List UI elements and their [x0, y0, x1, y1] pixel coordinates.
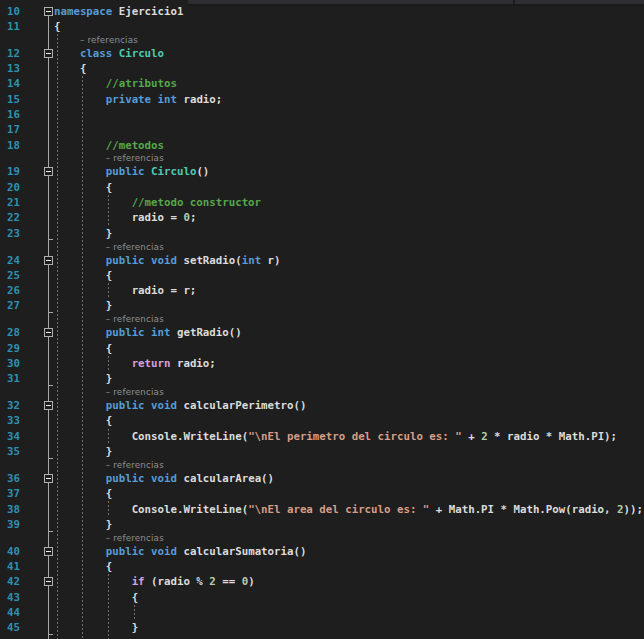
code-line[interactable]: 19public Circulo() — [0, 164, 644, 179]
line-number[interactable]: 29 — [7, 341, 20, 356]
codelens-references-link[interactable]: – referencias — [106, 459, 164, 471]
line-number[interactable]: 20 — [7, 180, 20, 195]
line-number[interactable]: 36 — [7, 471, 20, 486]
code-line[interactable]: 34Console.WriteLine("\nEl perimetro del … — [0, 429, 644, 444]
token-pl: () — [196, 165, 209, 178]
token-pl: calcularSumatoria() — [177, 545, 306, 558]
code-line[interactable]: 36public void calcularArea() — [0, 471, 644, 486]
fold-region-end-tick — [48, 634, 53, 635]
code-line[interactable]: 41{ — [0, 559, 644, 574]
codelens-references-link[interactable]: – referencias — [106, 532, 164, 544]
line-number[interactable]: 34 — [7, 429, 20, 444]
code-line[interactable]: 26radio = r; — [0, 283, 644, 298]
fold-collapse-box[interactable] — [44, 401, 53, 410]
line-number[interactable]: 31 — [7, 371, 20, 386]
codelens-references-link[interactable]: – referencias — [80, 34, 138, 46]
code-line[interactable]: 32public void calcularPerimetro() — [0, 398, 644, 413]
code-line[interactable]: 12class Circulo — [0, 46, 644, 61]
fold-collapse-box[interactable] — [44, 474, 53, 483]
codelens-references-link[interactable]: – referencias — [106, 314, 164, 326]
codelens-references-link[interactable]: – referencias — [106, 241, 164, 253]
fold-collapse-box[interactable] — [44, 256, 53, 265]
code-line[interactable]: 30return radio; — [0, 356, 644, 371]
line-number[interactable]: 21 — [7, 195, 20, 210]
fold-collapse-box[interactable] — [44, 167, 53, 176]
token-pl: { — [106, 181, 112, 194]
code-line[interactable]: 13{ — [0, 61, 644, 76]
code-line[interactable]: 33{ — [0, 413, 644, 428]
code-line[interactable]: 29{ — [0, 341, 644, 356]
code-line[interactable]: 39} — [0, 517, 644, 532]
code-line[interactable]: 23} — [0, 226, 644, 241]
line-number[interactable]: 28 — [7, 325, 20, 340]
line-number[interactable]: 13 — [7, 61, 20, 76]
line-number[interactable]: 15 — [7, 92, 20, 107]
code-line[interactable]: 17 — [0, 122, 644, 137]
line-number[interactable]: 24 — [7, 252, 20, 267]
code-line[interactable]: 21//metodo constructor — [0, 195, 644, 210]
codelens-references-link[interactable]: – referencias — [106, 153, 164, 165]
line-number[interactable]: 23 — [7, 226, 20, 241]
line-number[interactable]: 10 — [7, 3, 20, 18]
code-line[interactable]: 27} — [0, 298, 644, 313]
token-kw: void — [151, 254, 177, 267]
line-number[interactable]: 19 — [7, 164, 20, 179]
indent-guide — [134, 605, 135, 620]
code-line[interactable]: 22radio = 0; — [0, 210, 644, 225]
fold-collapse-box[interactable] — [44, 7, 53, 16]
code-line[interactable]: 16 — [0, 107, 644, 122]
line-number[interactable]: 22 — [7, 210, 20, 225]
line-number[interactable]: 35 — [7, 444, 20, 459]
code-line[interactable]: 11{ — [0, 19, 644, 34]
line-number[interactable]: 40 — [7, 544, 20, 559]
code-line[interactable]: 42if (radio % 2 == 0) — [0, 574, 644, 589]
line-number[interactable]: 39 — [7, 517, 20, 532]
code-line[interactable]: 20{ — [0, 180, 644, 195]
token-pl: getRadio() — [171, 326, 242, 339]
line-number[interactable]: 37 — [7, 486, 20, 501]
code-line[interactable]: 38Console.WriteLine("\nEl area del circu… — [0, 501, 644, 516]
code-line[interactable]: 31} — [0, 371, 644, 386]
line-number[interactable]: 43 — [7, 590, 20, 605]
line-number[interactable]: 27 — [7, 298, 20, 313]
code-line[interactable]: 37{ — [0, 486, 644, 501]
line-number[interactable]: 44 — [7, 605, 20, 620]
code-text: Console.WriteLine("\nEl perimetro del ci… — [132, 429, 617, 444]
fold-collapse-box[interactable] — [44, 547, 53, 556]
line-number[interactable]: 30 — [7, 356, 20, 371]
code-line[interactable]: 35} — [0, 444, 644, 459]
code-line[interactable]: 45} — [0, 620, 644, 635]
fold-collapse-box[interactable] — [44, 328, 53, 337]
line-number[interactable]: 16 — [7, 107, 20, 122]
token-pl: )); — [624, 503, 643, 516]
fold-collapse-box[interactable] — [44, 49, 53, 58]
code-line[interactable]: 28public int getRadio() — [0, 325, 644, 340]
line-number[interactable]: 41 — [7, 559, 20, 574]
fold-minus-icon — [46, 11, 51, 12]
line-number[interactable]: 25 — [7, 268, 20, 283]
code-line[interactable]: 43{ — [0, 590, 644, 605]
line-number[interactable]: 18 — [7, 137, 20, 152]
line-number[interactable]: 45 — [7, 620, 20, 635]
code-text: public void calcularPerimetro() — [106, 398, 307, 413]
code-line[interactable]: 14//atributos — [0, 76, 644, 91]
code-line[interactable]: 15private int radio; — [0, 92, 644, 107]
fold-collapse-box[interactable] — [44, 577, 53, 586]
code-line[interactable]: 44 — [0, 605, 644, 620]
codelens-references-link[interactable]: – referencias — [106, 386, 164, 398]
line-number[interactable]: 26 — [7, 283, 20, 298]
code-line[interactable]: 40public void calcularSumatoria() — [0, 544, 644, 559]
code-line[interactable]: 24public void setRadio(int r) — [0, 252, 644, 267]
line-number[interactable]: 12 — [7, 46, 20, 61]
token-pl: { — [106, 269, 112, 282]
line-number[interactable]: 38 — [7, 501, 20, 516]
code-line[interactable]: 18//metodos — [0, 137, 644, 152]
line-number[interactable]: 42 — [7, 574, 20, 589]
line-number[interactable]: 14 — [7, 76, 20, 91]
token-pl: { — [106, 560, 112, 573]
code-line[interactable]: 25{ — [0, 268, 644, 283]
line-number[interactable]: 33 — [7, 413, 20, 428]
line-number[interactable]: 11 — [7, 19, 20, 34]
line-number[interactable]: 17 — [7, 122, 20, 137]
line-number[interactable]: 32 — [7, 398, 20, 413]
